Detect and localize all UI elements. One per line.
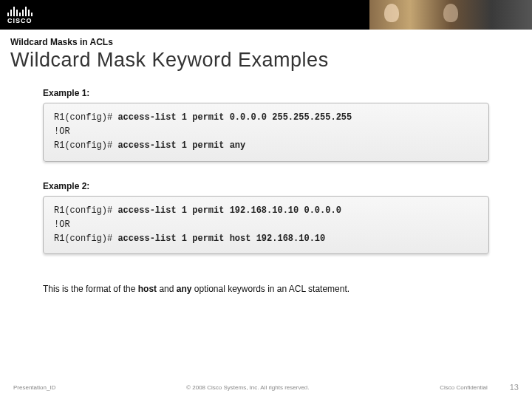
example-2-panel: R1(config)# access-list 1 permit 192.168…	[43, 196, 489, 255]
brand-logo: CISCO	[0, 6, 33, 24]
caption-text: This is the format of the host and any o…	[43, 284, 489, 294]
code-line: R1(config)# access-list 1 permit host 19…	[54, 232, 478, 246]
decorative-people-strip	[369, 0, 532, 30]
slide-content: Example 1: R1(config)# access-list 1 per…	[0, 75, 532, 294]
cisco-bars-icon	[7, 6, 33, 16]
code-line: !OR	[54, 125, 478, 139]
confidential-text: Cisco Confidential	[440, 384, 487, 391]
page-number: 13	[510, 383, 519, 392]
presentation-id: Presentation_ID	[13, 384, 55, 391]
example-1-label: Example 1:	[43, 88, 489, 98]
code-line: R1(config)# access-list 1 permit 192.168…	[54, 204, 478, 218]
example-1-panel: R1(config)# access-list 1 permit 0.0.0.0…	[43, 103, 489, 162]
slide-title: Wildcard Mask Keyword Examples	[10, 49, 522, 72]
top-bar: CISCO	[0, 0, 532, 30]
slide-footer: Presentation_ID © 2008 Cisco Systems, In…	[0, 383, 532, 392]
brand-name: CISCO	[7, 17, 33, 24]
code-line: R1(config)# access-list 1 permit 0.0.0.0…	[54, 111, 478, 125]
example-2-label: Example 2:	[43, 181, 489, 191]
slide-header: Wildcard Masks in ACLs Wildcard Mask Key…	[0, 30, 532, 75]
copyright-text: © 2008 Cisco Systems, Inc. All rights re…	[55, 384, 440, 391]
slide-subtitle: Wildcard Masks in ACLs	[10, 37, 522, 47]
code-line: R1(config)# access-list 1 permit any	[54, 139, 478, 153]
code-line: !OR	[54, 218, 478, 232]
